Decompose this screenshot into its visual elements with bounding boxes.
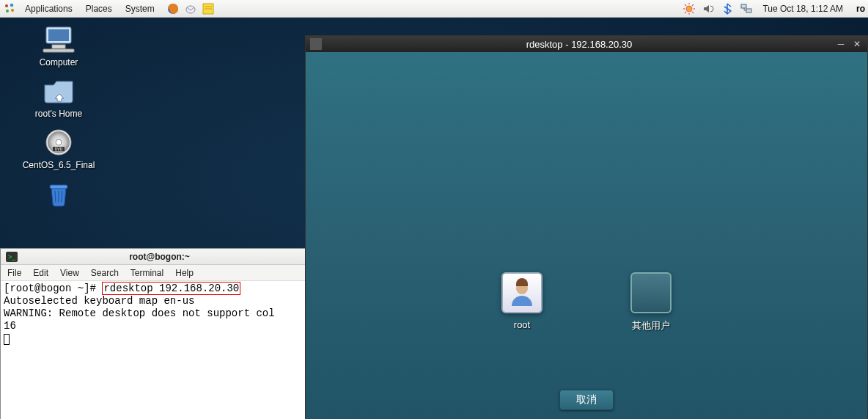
rdesktop-window: rdesktop - 192.168.20.30 ─ ✕ root 其他用户 取… (305, 35, 868, 419)
svg-point-5 (186, 6, 195, 13)
user-tile-root[interactable]: root (501, 272, 542, 332)
terminal-body[interactable]: [root@bogon ~]# rdesktop 192.168.20.30 A… (1, 281, 305, 419)
gnome-foot-icon[interactable] (3, 2, 16, 15)
menu-system[interactable]: System (121, 2, 159, 15)
desktop-icon-computer[interactable]: Computer (15, 25, 103, 68)
term-menu-search[interactable]: Search (89, 266, 121, 280)
other-user-icon (630, 272, 672, 313)
desktop-icon-home[interactable]: root's Home (15, 76, 103, 119)
terminal-icon: >_ (5, 250, 18, 263)
login-tiles: root 其他用户 (306, 272, 867, 332)
svg-line-14 (685, 4, 686, 6)
terminal-cursor (4, 334, 10, 345)
svg-text:>_: >_ (8, 253, 16, 260)
term-menu-view[interactable]: View (58, 266, 81, 280)
svg-point-2 (6, 10, 9, 12)
terminal-output-line: WARNING: Remote desktop does not support… (4, 307, 275, 319)
note-icon[interactable] (202, 2, 215, 15)
firefox-icon[interactable] (166, 2, 180, 15)
system-tray: Tue Oct 18, 1:12 AM ro (682, 1, 865, 16)
term-menu-help[interactable]: Help (173, 266, 196, 280)
svg-rect-19 (746, 9, 751, 12)
volume-icon[interactable] (701, 1, 716, 16)
minimize-button[interactable]: ─ (835, 38, 847, 50)
terminal-title: root@bogon:~ (129, 252, 190, 262)
cancel-button[interactable]: 取消 (559, 390, 614, 410)
svg-rect-18 (741, 4, 746, 8)
close-button[interactable]: ✕ (851, 38, 863, 50)
svg-rect-21 (48, 29, 69, 41)
terminal-output-line: 16 (4, 320, 16, 332)
desktop-area: Computer root's Home DVD CentOS_6.5_Fina… (0, 18, 868, 419)
desktop-icon-centos[interactable]: DVD CentOS_6.5_Final (15, 128, 103, 170)
bluetooth-icon[interactable] (720, 1, 735, 16)
folder-home-icon (41, 76, 76, 106)
menu-places[interactable]: Places (81, 2, 117, 15)
clock[interactable]: Tue Oct 18, 1:12 AM (758, 4, 847, 14)
user-tile-label: root (514, 319, 530, 330)
terminal-titlebar[interactable]: >_ root@bogon:~ (1, 249, 305, 265)
terminal-output-line: Autoselected keyboard map en-us (4, 295, 194, 307)
rdesktop-title: rdesktop - 192.168.20.30 (328, 39, 831, 50)
desktop-icon-trash[interactable] (15, 179, 103, 208)
user-indicator[interactable]: ro (852, 4, 865, 14)
svg-text:DVD: DVD (55, 147, 63, 151)
terminal-prompt: [root@bogon ~]# (4, 283, 102, 294)
user-tile-label: 其他用户 (632, 319, 670, 332)
top-panel: Applications Places System Tue Oct 18, 1… (0, 0, 868, 18)
menu-applications[interactable]: Applications (21, 2, 77, 15)
dvd-icon: DVD (41, 128, 76, 157)
network-icon[interactable] (739, 1, 754, 16)
terminal-menubar: File Edit View Search Terminal Help (1, 265, 305, 281)
sun-icon[interactable] (682, 1, 696, 16)
trash-icon (41, 179, 76, 208)
svg-rect-22 (52, 45, 65, 48)
svg-point-0 (5, 4, 8, 7)
desktop-icon-label: Computer (40, 57, 78, 68)
user-tile-other[interactable]: 其他用户 (630, 272, 672, 332)
terminal-command: rdesktop 192.168.20.30 (102, 282, 240, 295)
term-menu-terminal[interactable]: Terminal (128, 266, 166, 280)
svg-line-16 (685, 12, 686, 13)
computer-icon (41, 25, 76, 54)
evolution-icon[interactable] (184, 2, 197, 15)
svg-point-1 (10, 3, 14, 7)
rdesktop-app-icon (310, 38, 322, 50)
terminal-window: >_ root@bogon:~ File Edit View Search Te… (0, 248, 305, 419)
term-menu-edit[interactable]: Edit (31, 266, 51, 280)
svg-line-17 (692, 4, 694, 6)
desktop-icon-label: root's Home (35, 109, 82, 119)
desktop-icon-label: CentOS_6.5_Final (23, 160, 95, 170)
svg-line-15 (692, 12, 694, 13)
svg-point-9 (686, 6, 692, 12)
svg-rect-23 (43, 49, 74, 52)
rdesktop-titlebar[interactable]: rdesktop - 192.168.20.30 ─ ✕ (306, 36, 867, 52)
user-avatar-icon (501, 272, 542, 313)
rdesktop-body: root 其他用户 取消 FN Windows Server®2008 (306, 52, 867, 419)
svg-point-26 (56, 139, 62, 145)
desktop-icons: Computer root's Home DVD CentOS_6.5_Fina… (15, 25, 103, 208)
svg-rect-29 (50, 185, 67, 189)
term-menu-file[interactable]: File (5, 266, 23, 280)
svg-point-3 (11, 9, 14, 12)
